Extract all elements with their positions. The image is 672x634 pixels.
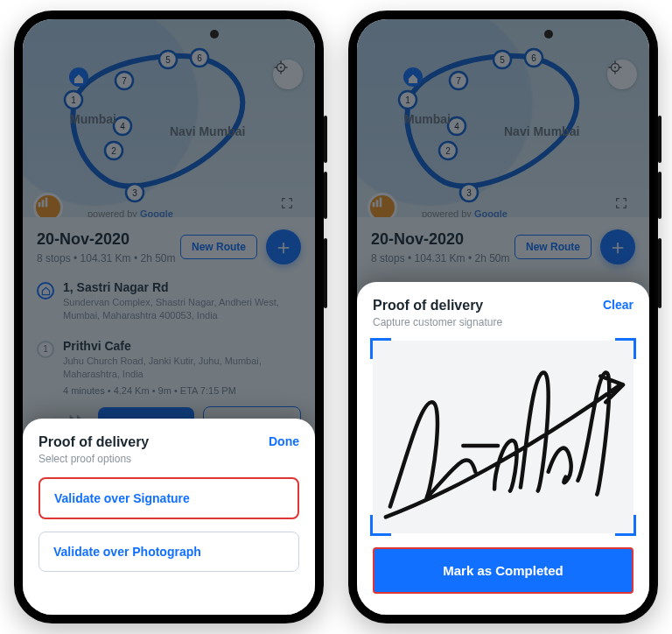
screen-left: 1 2 3 4 5 6 7 Mumbai Navi Mumbai xyxy=(23,19,315,615)
phone-frame-left: 1 2 3 4 5 6 7 Mumbai Navi Mumbai xyxy=(14,11,324,623)
sheet-done-button[interactable]: Done xyxy=(269,434,299,448)
volume-up-button xyxy=(324,116,327,163)
signature-canvas[interactable] xyxy=(373,341,634,533)
signature-stroke xyxy=(373,341,634,533)
signature-sheet: Proof of delivery Capture customer signa… xyxy=(357,282,649,615)
proof-options-sheet: Proof of delivery Select proof options D… xyxy=(23,419,315,615)
volume-down-button xyxy=(324,172,327,219)
sheet-title: Proof of delivery xyxy=(38,434,149,450)
sheet-subtitle: Select proof options xyxy=(38,453,149,465)
phone-frame-right: 1 2 3 4 5 6 7 Mumbai Navi Mumbai xyxy=(348,11,658,623)
sheet-subtitle: Capture customer signature xyxy=(373,316,502,328)
sheet-title: Proof of delivery xyxy=(373,298,502,313)
power-button xyxy=(658,238,662,308)
validate-photograph-button[interactable]: Validate over Photograph xyxy=(38,532,299,572)
power-button xyxy=(324,238,327,308)
mark-completed-button[interactable]: Mark as Completed xyxy=(373,547,634,594)
clear-signature-button[interactable]: Clear xyxy=(603,298,634,312)
validate-signature-button[interactable]: Validate over Signature xyxy=(38,477,299,519)
volume-up-button xyxy=(658,116,662,163)
volume-down-button xyxy=(658,172,662,219)
screen-right: 1 2 3 4 5 6 7 Mumbai Navi Mumbai xyxy=(357,19,649,615)
